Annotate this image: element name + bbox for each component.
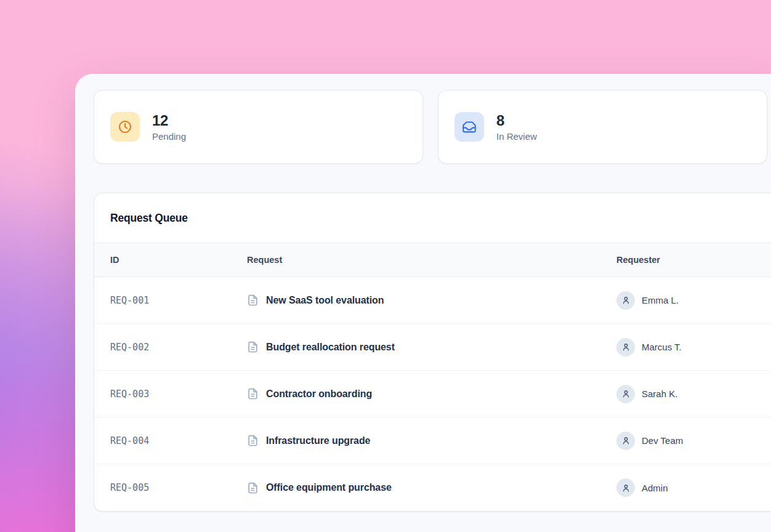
request-title: Infrastructure upgrade — [266, 435, 370, 446]
column-header-request: Request — [247, 255, 616, 265]
request-id: REQ-003 — [110, 389, 247, 400]
request-queue-card: Request Queue ID Request Requester REQ-0… — [94, 193, 771, 512]
document-icon — [247, 482, 259, 494]
table-header-row: ID Request Requester — [94, 243, 771, 277]
requester-cell: Admin — [616, 478, 771, 497]
inbox-icon — [454, 112, 484, 142]
request-id: REQ-004 — [110, 435, 247, 446]
requester-name: Emma L. — [642, 295, 679, 305]
request-title-cell: New SaaS tool evaluation — [247, 294, 616, 306]
user-avatar-icon — [616, 385, 635, 403]
stat-card-pending: 12 Pending — [94, 90, 423, 164]
stat-text: 12 Pending — [152, 112, 186, 142]
table-title-bar: Request Queue — [94, 193, 771, 243]
table-row[interactable]: REQ-002 Budget reallocation request Marc… — [94, 324, 771, 371]
request-title-cell: Budget reallocation request — [247, 341, 616, 353]
requester-cell: Dev Team — [616, 432, 771, 450]
stat-text: 8 In Review — [496, 112, 537, 142]
request-title-cell: Office equipment purchase — [247, 482, 616, 494]
app-panel: 12 Pending 8 In Review Request Queue ID — [75, 74, 771, 532]
table-row[interactable]: REQ-005 Office equipment purchase Admin — [94, 464, 771, 511]
user-avatar-icon — [616, 291, 635, 310]
request-title: Contractor onboarding — [266, 389, 372, 400]
in-review-label: In Review — [496, 131, 537, 142]
requester-name: Dev Team — [642, 435, 683, 446]
requester-name: Marcus T. — [642, 342, 682, 352]
requester-name: Sarah K. — [642, 389, 677, 399]
in-review-count: 8 — [496, 112, 537, 129]
clock-icon — [110, 112, 140, 142]
request-title: Budget reallocation request — [266, 342, 395, 353]
user-avatar-icon — [616, 478, 635, 497]
requester-cell: Emma L. — [616, 291, 771, 310]
request-id: REQ-002 — [110, 342, 247, 353]
table-body: REQ-001 New SaaS tool evaluation Emma L. — [94, 277, 771, 511]
request-title: Office equipment purchase — [266, 482, 392, 493]
pending-count: 12 — [152, 112, 186, 129]
request-title-cell: Infrastructure upgrade — [247, 435, 616, 446]
request-title: New SaaS tool evaluation — [266, 295, 384, 306]
request-id: REQ-001 — [110, 295, 247, 306]
document-icon — [247, 341, 259, 353]
table-row[interactable]: REQ-004 Infrastructure upgrade Dev Team — [94, 417, 771, 464]
table-title: Request Queue — [110, 212, 188, 225]
dashboard-screen: { "colors": { "background_pink": "#fdb6d… — [0, 0, 771, 532]
table-row[interactable]: REQ-001 New SaaS tool evaluation Emma L. — [94, 277, 771, 324]
table-row[interactable]: REQ-003 Contractor onboarding Sarah K. — [94, 371, 771, 417]
user-avatar-icon — [616, 338, 635, 357]
requester-cell: Marcus T. — [616, 338, 771, 357]
document-icon — [247, 294, 259, 306]
column-header-id: ID — [110, 255, 247, 265]
request-title-cell: Contractor onboarding — [247, 388, 616, 400]
user-avatar-icon — [616, 432, 635, 450]
requester-cell: Sarah K. — [616, 385, 771, 403]
stat-card-in-review: 8 In Review — [438, 90, 767, 164]
document-icon — [247, 388, 259, 400]
request-id: REQ-005 — [110, 482, 247, 493]
column-header-requester: Requester — [616, 255, 771, 265]
document-icon — [247, 435, 259, 446]
stats-row: 12 Pending 8 In Review — [94, 90, 767, 164]
requester-name: Admin — [642, 483, 668, 493]
pending-label: Pending — [152, 131, 186, 142]
